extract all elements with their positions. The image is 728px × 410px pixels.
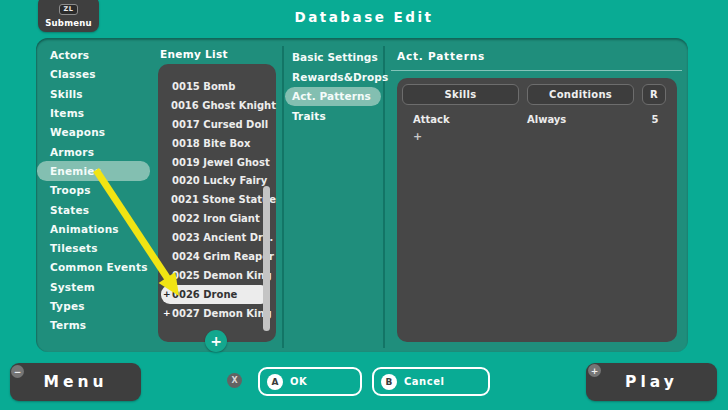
- enemy-list-item[interactable]: 0019 Jewel Ghost: [158, 153, 276, 172]
- new-item-marker: +: [163, 289, 172, 299]
- enemy-label: 0016 Ghost Knight: [171, 100, 276, 111]
- enemy-label: 0026 Drone: [172, 289, 237, 300]
- plus-key-icon: +: [588, 364, 601, 377]
- act-patterns-table: Skills Conditions R Attack Always 5 +: [397, 78, 677, 342]
- sidebar-item-armors[interactable]: Armors: [37, 142, 150, 161]
- cancel-button[interactable]: B Cancel: [372, 367, 490, 396]
- act-patterns-column-headers: Skills Conditions R: [402, 84, 677, 105]
- menu-button[interactable]: − Menu: [10, 363, 141, 401]
- new-item-marker: +: [163, 308, 172, 318]
- enemy-list-item[interactable]: 0016 Ghost Knight: [158, 96, 276, 115]
- sidebar-item-items[interactable]: Items: [37, 103, 150, 122]
- act-patterns-separator: [391, 70, 682, 71]
- act-patterns-title: Act. Patterns: [397, 50, 485, 62]
- tab-basic-settings[interactable]: Basic Settings: [285, 48, 381, 68]
- pattern-row[interactable]: Attack Always 5: [402, 114, 677, 125]
- rating-column-button[interactable]: R: [642, 84, 666, 105]
- enemy-list-item-selected[interactable]: +0026 Drone: [161, 285, 270, 304]
- enemy-label: 0019 Jewel Ghost: [172, 157, 270, 168]
- enemy-list: 0015 Bomb 0016 Ghost Knight 0017 Cursed …: [158, 64, 276, 342]
- pattern-condition: Always: [527, 114, 643, 125]
- enemy-list-item[interactable]: 0017 Cursed Doll: [158, 115, 276, 134]
- pattern-rating: 5: [643, 114, 667, 125]
- play-label: Play: [625, 373, 678, 391]
- sidebar-item-actors[interactable]: Actors: [37, 46, 150, 65]
- database-edit-screen: ZL Submenu Database Edit Actors Classes …: [0, 0, 728, 410]
- enemy-list-scrollbar[interactable]: [263, 186, 270, 331]
- a-key-icon: A: [267, 374, 283, 390]
- cancel-label: Cancel: [404, 376, 444, 387]
- conditions-column-button[interactable]: Conditions: [527, 84, 634, 105]
- enemy-label: 0022 Iron Giant: [172, 213, 260, 224]
- sidebar-item-skills[interactable]: Skills: [37, 84, 150, 103]
- sidebar-item-animations[interactable]: Animations: [37, 219, 150, 238]
- enemy-list-item[interactable]: 0023 Ancient Dr…: [158, 228, 276, 247]
- enemy-tabs: Basic Settings Rewards&Drops Act. Patter…: [285, 48, 381, 126]
- sidebar-item-system[interactable]: System: [37, 277, 150, 296]
- ok-label: OK: [290, 376, 307, 387]
- add-pattern-button[interactable]: +: [402, 130, 677, 143]
- sidebar-item-states[interactable]: States: [37, 200, 150, 219]
- tab-traits[interactable]: Traits: [285, 106, 381, 126]
- sidebar-item-types[interactable]: Types: [37, 296, 150, 315]
- add-enemy-button[interactable]: +: [205, 330, 227, 352]
- enemy-list-item[interactable]: 0018 Bite Box: [158, 134, 276, 153]
- ok-button[interactable]: A OK: [258, 367, 362, 396]
- skills-column-button[interactable]: Skills: [402, 84, 519, 105]
- sidebar-item-enemies[interactable]: Enemies: [37, 161, 150, 180]
- enemy-list-header: Enemy List: [160, 48, 228, 60]
- enemy-label: 0021 Stone Statue: [171, 194, 276, 205]
- sidebar-item-classes[interactable]: Classes: [37, 65, 150, 84]
- column-divider: [282, 46, 284, 348]
- sidebar-item-weapons[interactable]: Weapons: [37, 123, 150, 142]
- play-button[interactable]: + Play: [586, 363, 717, 401]
- enemy-label: 0023 Ancient Dr…: [172, 232, 273, 243]
- enemy-label: 0027 Demon King: [172, 308, 272, 319]
- tab-rewards-drops[interactable]: Rewards&Drops: [285, 67, 381, 87]
- x-key-icon[interactable]: X: [227, 373, 242, 388]
- minus-key-icon: −: [11, 365, 24, 378]
- category-sidebar: Actors Classes Skills Items Weapons Armo…: [37, 46, 150, 335]
- pattern-skill: Attack: [413, 114, 527, 125]
- enemy-label: 0024 Grim Reaper: [172, 251, 274, 262]
- sidebar-item-common-events[interactable]: Common Events: [37, 258, 150, 277]
- enemy-list-item[interactable]: +0027 Demon King: [158, 304, 276, 323]
- b-key-icon: B: [381, 374, 397, 390]
- enemy-list-item[interactable]: 0024 Grim Reaper: [158, 247, 276, 266]
- menu-label: Menu: [43, 373, 107, 391]
- enemy-list-item[interactable]: 0022 Iron Giant: [158, 209, 276, 228]
- sidebar-item-terms[interactable]: Terms: [37, 316, 150, 335]
- enemy-list-item[interactable]: 0020 Lucky Fairy: [158, 171, 276, 190]
- enemy-label: 0020 Lucky Fairy: [172, 175, 267, 186]
- enemy-label: 0017 Cursed Doll: [172, 119, 268, 130]
- enemy-list-item[interactable]: 0021 Stone Statue: [158, 190, 276, 209]
- enemy-label: 0015 Bomb: [172, 81, 235, 92]
- enemy-list-item[interactable]: 0015 Bomb: [158, 77, 276, 96]
- column-divider: [383, 46, 385, 348]
- enemy-label: 0018 Bite Box: [172, 138, 250, 149]
- sidebar-item-tilesets[interactable]: Tilesets: [37, 238, 150, 257]
- enemy-label: 0025 Demon King: [172, 270, 272, 281]
- enemy-list-item[interactable]: 0025 Demon King: [158, 266, 276, 285]
- sidebar-item-troops[interactable]: Troops: [37, 181, 150, 200]
- tab-act-patterns[interactable]: Act. Patterns: [285, 87, 381, 107]
- page-title: Database Edit: [0, 9, 728, 25]
